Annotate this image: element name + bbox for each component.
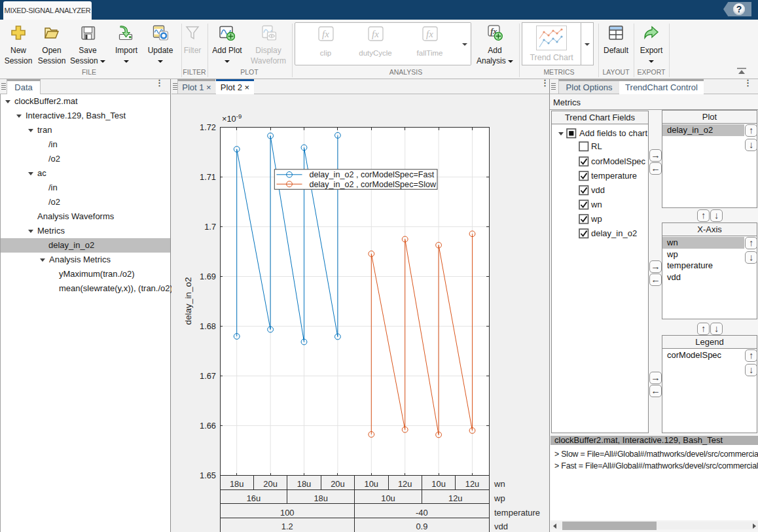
svg-text:1.71: 1.71 xyxy=(200,172,216,182)
svg-text:16u: 16u xyxy=(247,493,261,503)
svg-text:20u: 20u xyxy=(263,479,278,489)
svg-text:delay_in_o2 , corModelSpec=Slo: delay_in_o2 , corModelSpec=Slow xyxy=(310,180,437,189)
svg-text:100: 100 xyxy=(280,508,295,518)
svg-text:1.67: 1.67 xyxy=(200,371,216,381)
svg-text:10u: 10u xyxy=(381,493,395,503)
svg-text:1.7: 1.7 xyxy=(204,222,216,232)
svg-text:delay_in_o2: delay_in_o2 xyxy=(183,277,193,325)
svg-text:18u: 18u xyxy=(230,479,244,489)
svg-text:20u: 20u xyxy=(331,479,345,489)
svg-text:1.68: 1.68 xyxy=(200,321,216,331)
svg-text:fx: fx xyxy=(322,29,329,39)
svg-text:1.72: 1.72 xyxy=(200,122,216,132)
svg-text:delay_in_o2 , corModelSpec=Fas: delay_in_o2 , corModelSpec=Fast xyxy=(310,170,435,179)
svg-text:18u: 18u xyxy=(314,493,328,503)
svg-text:18u: 18u xyxy=(297,479,312,489)
svg-text:1.2: 1.2 xyxy=(281,522,293,531)
svg-text:12u: 12u xyxy=(398,479,412,489)
svg-text:1.69: 1.69 xyxy=(200,272,216,281)
svg-text:12u: 12u xyxy=(448,493,463,503)
svg-text:temperature: temperature xyxy=(494,508,540,518)
svg-text:fx: fx xyxy=(426,29,433,39)
svg-text:12u: 12u xyxy=(465,479,480,489)
svg-text:0.9: 0.9 xyxy=(416,522,427,531)
svg-text:vdd: vdd xyxy=(494,522,508,531)
svg-text:fx: fx xyxy=(372,29,379,39)
svg-text:-40: -40 xyxy=(416,508,428,518)
svg-text:1.65: 1.65 xyxy=(200,470,216,480)
svg-text:1.66: 1.66 xyxy=(200,421,216,431)
svg-text:10u: 10u xyxy=(431,479,446,489)
svg-text:10u: 10u xyxy=(365,479,379,489)
svg-text:wp: wp xyxy=(494,493,505,503)
svg-text:wn: wn xyxy=(494,479,505,489)
